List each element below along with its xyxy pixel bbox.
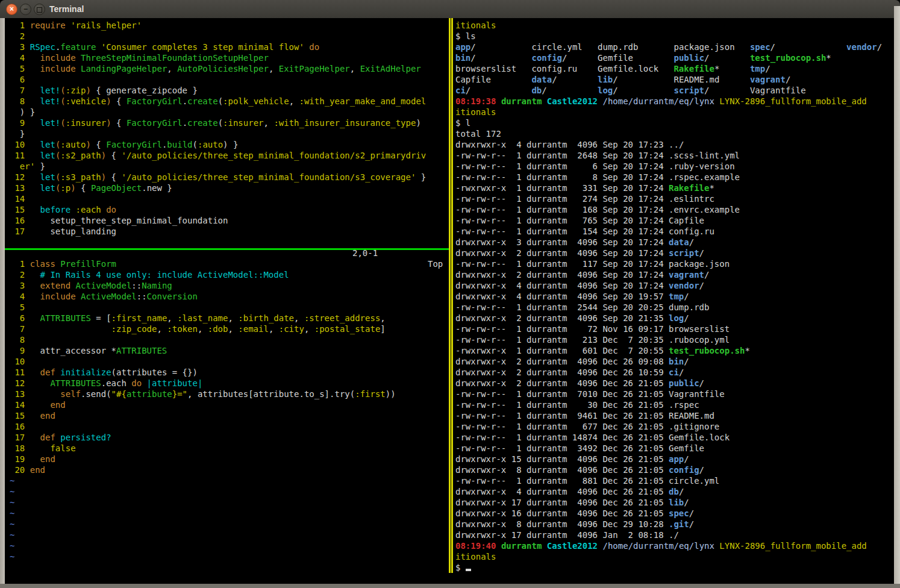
text-segment: circle.yml dump.rdb package.json xyxy=(531,42,749,52)
text-segment: (attributes = {}) xyxy=(111,367,198,377)
text-segment: :last_name xyxy=(177,313,228,323)
ls-entry-row: -rw-rw-r-- 1 durrantm 154 Sep 20 17:24 c… xyxy=(454,226,894,237)
file-name: script xyxy=(669,248,699,258)
text-segment: itionals xyxy=(455,107,496,117)
line-number: 13 xyxy=(10,389,30,399)
text-segment: , xyxy=(167,313,177,323)
vim-pane[interactable]: 1 require 'rails_helper' 2 3 RSpec.featu… xyxy=(5,18,449,573)
file-type-indicator: / xyxy=(679,140,684,149)
text-segment: initialize xyxy=(60,367,111,377)
text-segment xyxy=(496,96,501,106)
code-line: 8 xyxy=(5,334,449,345)
text-segment xyxy=(30,454,40,464)
text-segment: create xyxy=(187,118,218,128)
vim-top-ruler: 2,0-1 Top xyxy=(5,237,449,248)
text-segment: FactoryGirl xyxy=(106,140,162,149)
text-segment: * xyxy=(826,53,831,63)
text-segment xyxy=(30,324,111,334)
split-separator-line xyxy=(5,248,449,250)
file-metadata: -rw-rw-r-- 1 durrantm 881 Dec 26 21:05 xyxy=(455,476,669,486)
text-segment: :s3_path xyxy=(60,172,101,182)
close-button[interactable]: × xyxy=(6,4,17,15)
text-segment: create xyxy=(187,96,218,106)
file-name: bin xyxy=(669,357,684,366)
text-segment: { generate_zipcode } xyxy=(91,86,198,95)
file-metadata: -rw-rw-r-- 1 durrantm 9461 Dec 26 21:05 xyxy=(455,411,669,421)
text-segment xyxy=(30,281,40,290)
file-metadata: drwxrwxr-x 17 durrantm 4096 Dec 26 21:05 xyxy=(455,498,669,507)
file-metadata: drwxrwxr-x 16 durrantm 4096 Dec 26 21:05 xyxy=(455,508,669,518)
text-segment: ) xyxy=(416,118,420,128)
text-segment: ( xyxy=(218,96,223,106)
file-name: .ruby-version xyxy=(669,161,735,171)
text-segment: README.md xyxy=(673,75,749,84)
code-line: 20 end xyxy=(5,464,449,475)
ls-entry-row: drwxrwxr-x 17 durrantm 4096 Dec 26 21:05… xyxy=(454,497,894,508)
code-line: 11 def initialize(attributes = {}) xyxy=(5,367,449,378)
text-segment: end xyxy=(30,465,45,475)
text-segment: def xyxy=(40,367,61,377)
scrollbar[interactable] xyxy=(894,6,900,588)
code-line: 3 RSpec.feature 'Consumer completes 3 st… xyxy=(5,42,449,52)
text-segment: ) xyxy=(86,86,90,95)
ls-entry-row: -rw-rw-r-- 1 durrantm 677 Dec 26 21:05 .… xyxy=(454,421,894,432)
text-segment xyxy=(30,389,61,399)
empty-line: ~ xyxy=(5,508,449,519)
file-metadata: drwxrwxr-x 4 durrantm 4096 Dec 26 21:05 xyxy=(455,487,669,496)
code-line: 2 # In Rails 4 use only: include ActiveM… xyxy=(5,269,449,280)
code-line: 7 let!(:zip) { generate_zipcode } xyxy=(5,85,449,96)
text-segment: :postal_state xyxy=(314,324,381,334)
terminal-window: × − Terminal 1 require 'rails_helper' 2 … xyxy=(0,0,900,588)
shell-pane[interactable]: itionals$ lsapp/ circle.yml dump.rdb pac… xyxy=(454,18,894,573)
maximize-button[interactable] xyxy=(34,4,45,15)
minimize-button[interactable]: − xyxy=(20,4,31,15)
line-number: 18 xyxy=(10,443,30,453)
terminal-row: ci/ db/ log/ script/ Vagrantfile xyxy=(454,85,894,96)
text-segment: Gemfile xyxy=(598,53,673,63)
text-segment: , xyxy=(380,313,385,323)
file-metadata: -rw-rw-r-- 1 durrantm 117 Sep 20 17:24 xyxy=(455,259,669,269)
file-name: ci xyxy=(669,367,679,377)
file-type-indicator: / xyxy=(684,357,689,366)
line-number: 14 xyxy=(10,194,30,204)
text-segment: ThreeStepMinimalFoundationSetupHelper xyxy=(81,53,269,63)
tilde-marker: ~ xyxy=(10,487,14,496)
text-segment: .new } xyxy=(142,183,172,193)
ls-entry-row: drwxrwxr-x 2 durrantm 4096 Sep 20 21:35 … xyxy=(454,313,894,324)
text-segment: let xyxy=(40,140,55,149)
terminal-row: 08:19:38 durrantm Castle2012 /home/durra… xyxy=(454,96,894,107)
file-metadata: -rw-rw-r-- 1 durrantm 677 Dec 26 21:05 xyxy=(455,422,669,431)
text-segment: :insurer xyxy=(223,118,263,128)
code-line: er' } xyxy=(5,161,449,172)
text-segment: ) xyxy=(101,172,106,182)
file-metadata: -rw-rw-r-- 1 durrantm 30 Dec 26 21:05 xyxy=(455,400,669,410)
file-name: data xyxy=(669,237,689,247)
code-line: 15 end xyxy=(5,410,449,421)
text-segment: Castle2012 xyxy=(547,96,598,106)
file-metadata: drwxrwxr-x 4 durrantm 4096 Sep 20 17:23 xyxy=(455,140,669,149)
file-type-indicator: / xyxy=(699,248,704,258)
tmux-pane-border[interactable] xyxy=(449,18,454,584)
text-segment: end xyxy=(40,411,55,421)
empty-line: ~ xyxy=(5,551,449,562)
text-segment: FactoryGirl xyxy=(127,96,183,106)
text-segment xyxy=(30,292,40,301)
text-segment: ) xyxy=(106,118,111,128)
terminal-cursor xyxy=(466,569,471,571)
text-segment: , xyxy=(350,64,360,74)
text-segment: ActiveModel xyxy=(81,292,137,301)
empty-line: ~ xyxy=(5,475,449,486)
text-segment: /home/durrantm/eq/lynx xyxy=(602,96,714,106)
text-segment: ( xyxy=(193,140,198,149)
text-segment: build xyxy=(167,140,192,149)
text-segment: :s2_path xyxy=(60,151,101,160)
vim-split-separator[interactable] xyxy=(5,248,449,258)
ls-entry-row: drwxrwxr-x 2 durrantm 4096 Sep 20 17:24 … xyxy=(454,248,894,258)
file-type-indicator: / xyxy=(684,454,689,464)
file-metadata: -rw-rw-r-- 1 durrantm 14874 Dec 26 21:05 xyxy=(455,433,669,442)
text-segment: { xyxy=(106,151,121,160)
titlebar[interactable]: × − Terminal xyxy=(0,0,900,19)
ls-entry-row: -rw-rw-r-- 1 durrantm 3492 Dec 26 21:05 … xyxy=(454,443,894,454)
text-segment: / xyxy=(770,42,846,52)
text-segment: , xyxy=(228,313,238,323)
